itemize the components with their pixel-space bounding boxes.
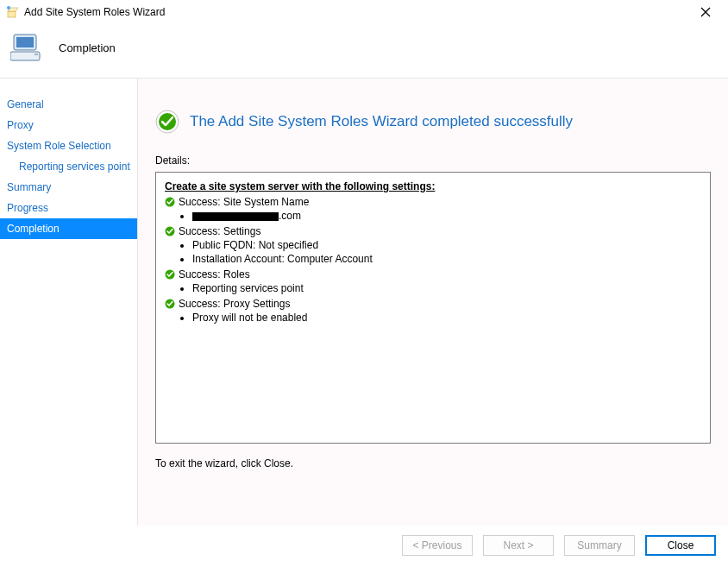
- wizard-app-icon: [5, 5, 19, 19]
- completion-row: The Add Site System Roles Wizard complet…: [138, 79, 728, 151]
- role-bullet: Reporting services point: [192, 281, 701, 295]
- roles-bullets: Reporting services point: [165, 281, 701, 295]
- previous-button: < Previous: [402, 535, 473, 556]
- svg-rect-7: [10, 52, 40, 60]
- details-box: Create a site system server with the fol…: [155, 172, 711, 444]
- success-roles: Success: Roles: [165, 268, 701, 281]
- success-proxy-settings: Success: Proxy Settings: [165, 297, 701, 311]
- svg-rect-0: [8, 11, 16, 17]
- wizard-footer: < Previous Next > Summary Close: [0, 529, 728, 567]
- step-progress[interactable]: Progress: [0, 198, 137, 218]
- step-reporting-services-point[interactable]: Reporting services point: [0, 156, 137, 177]
- summary-button: Summary: [564, 535, 635, 556]
- close-icon: [700, 7, 711, 17]
- wizard-sidebar: General Proxy System Role Selection Repo…: [0, 79, 138, 526]
- step-system-role-selection[interactable]: System Role Selection: [0, 135, 137, 156]
- check-icon: [165, 299, 175, 309]
- proxy-bullets: Proxy will not be enabled: [165, 311, 701, 324]
- details-heading: Create a site system server with the fol…: [165, 180, 701, 193]
- check-icon: [165, 269, 175, 280]
- step-summary[interactable]: Summary: [0, 177, 137, 198]
- server-name-bullet: .com: [192, 209, 701, 223]
- site-system-name-bullets: .com: [165, 209, 701, 223]
- next-button: Next >: [483, 535, 554, 556]
- check-icon: [165, 226, 175, 236]
- wizard-main: The Add Site System Roles Wizard complet…: [138, 79, 728, 526]
- computer-icon: [10, 33, 47, 62]
- step-completion[interactable]: Completion: [0, 218, 137, 239]
- header-band: Completion: [0, 24, 728, 78]
- svg-rect-6: [16, 37, 34, 47]
- success-check-icon: [155, 110, 179, 134]
- window-title: Add Site System Roles Wizard: [24, 6, 165, 18]
- check-icon: [165, 197, 175, 207]
- step-general[interactable]: General: [0, 94, 137, 115]
- title-bar: Add Site System Roles Wizard: [0, 0, 728, 24]
- svg-point-2: [7, 6, 10, 9]
- public-fqdn-bullet: Public FQDN: Not specified: [192, 238, 701, 252]
- installation-account-bullet: Installation Account: Computer Account: [192, 252, 701, 266]
- success-settings: Success: Settings: [165, 224, 701, 238]
- success-line-text: Success: Site System Name: [179, 195, 309, 209]
- details-label: Details:: [138, 151, 728, 172]
- window-close-button[interactable]: [688, 2, 723, 22]
- settings-bullets: Public FQDN: Not specified Installation …: [165, 238, 701, 266]
- server-suffix: .com: [279, 210, 301, 222]
- success-line-text: Success: Roles: [179, 268, 250, 281]
- redacted-server-name: [192, 212, 279, 221]
- close-button[interactable]: Close: [645, 535, 716, 556]
- exit-hint: To exit the wizard, click Close.: [138, 444, 728, 469]
- page-header-title: Completion: [59, 41, 116, 54]
- proxy-bullet: Proxy will not be enabled: [192, 311, 701, 324]
- step-proxy[interactable]: Proxy: [0, 115, 137, 135]
- success-line-text: Success: Proxy Settings: [179, 297, 290, 311]
- svg-rect-8: [35, 54, 38, 55]
- success-line-text: Success: Settings: [179, 224, 260, 238]
- success-site-system-name: Success: Site System Name: [165, 195, 701, 209]
- wizard-body: General Proxy System Role Selection Repo…: [0, 78, 728, 526]
- completion-message: The Add Site System Roles Wizard complet…: [190, 113, 573, 130]
